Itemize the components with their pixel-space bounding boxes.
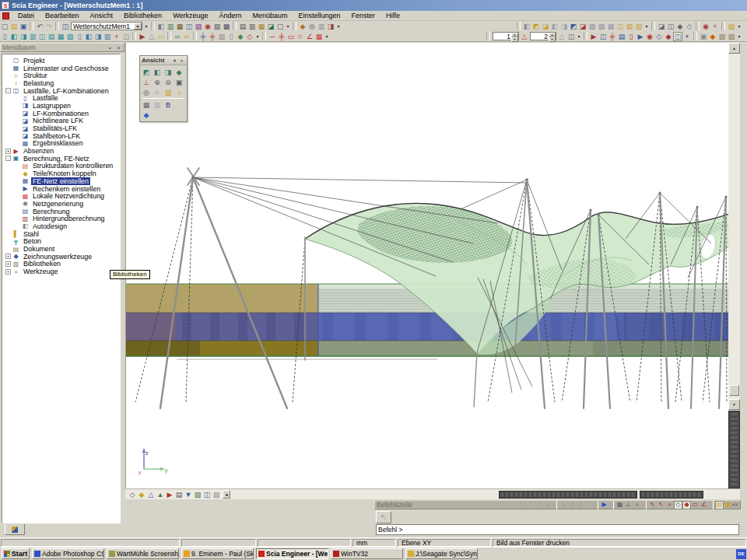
- snap-vertex-icon[interactable]: ∧: [559, 501, 567, 509]
- taskbar-button-j-seagate-sync-syncre[interactable]: J:\Seagate Sync\SyncRe...: [405, 548, 478, 559]
- menu-ndern[interactable]: Ändern: [213, 11, 247, 21]
- menu-hilfe[interactable]: Hilfe: [381, 11, 405, 21]
- activity-4-icon[interactable]: ◪: [578, 22, 587, 31]
- view-2-icon[interactable]: ▥: [634, 22, 644, 31]
- view-top-icon[interactable]: ◆: [174, 67, 184, 77]
- menu-bearbeiten[interactable]: Bearbeiten: [40, 11, 85, 21]
- dropdown-arrow-icon[interactable]: ▾: [285, 23, 291, 29]
- strip-scroll-left-icon[interactable]: ◂: [223, 490, 230, 499]
- snap-delete-icon[interactable]: ×: [543, 501, 552, 509]
- view-side-icon[interactable]: ◨: [163, 67, 174, 77]
- layer-4-icon[interactable]: ▧: [587, 22, 597, 31]
- scale-spinner[interactable]: 1 ▲▼: [493, 32, 519, 40]
- dark-hscrollbar-thumb-1[interactable]: [499, 491, 637, 499]
- layer-1-icon[interactable]: ◧: [522, 22, 531, 31]
- grid-tool-2-icon[interactable]: ╪: [208, 32, 217, 41]
- new-file-icon[interactable]: ▢: [0, 22, 9, 31]
- layer-5-icon[interactable]: ▨: [597, 22, 606, 31]
- member-tool-9-icon[interactable]: ▯: [75, 32, 84, 41]
- snap-dir-1-icon[interactable]: ↗: [567, 501, 576, 509]
- labels-toggle-icon[interactable]: B: [163, 100, 174, 110]
- snap-star-icon[interactable]: +: [112, 32, 121, 41]
- dropdown-arrow-icon[interactable]: ▾: [576, 33, 582, 39]
- marking-icon[interactable]: ◉: [701, 22, 710, 31]
- chain-1-icon[interactable]: ∞: [173, 32, 182, 41]
- snap-line-1-icon[interactable]: \: [517, 501, 526, 509]
- scroll-up-icon[interactable]: ▲: [728, 43, 740, 54]
- render-mode-icon[interactable]: ▦: [141, 100, 152, 110]
- zoom-minus-icon[interactable]: ◇: [685, 22, 694, 31]
- chevron-down-icon[interactable]: ▾: [171, 57, 178, 64]
- draw-polyline-icon[interactable]: ╪: [277, 32, 286, 41]
- expand-icon[interactable]: +: [5, 261, 11, 267]
- taskbar-button-adobe-photoshop-cs3-e[interactable]: Adobe Photoshop CS3 E...: [32, 548, 104, 559]
- member-tool-2-icon[interactable]: ◧: [9, 32, 19, 41]
- tree-item-projekt[interactable]: ▢Projekt: [2, 57, 120, 65]
- tree-item-lf-kombinationen[interactable]: ◪LF-Kombinationen: [2, 110, 120, 117]
- member-tool-10-icon[interactable]: ◧: [84, 32, 93, 41]
- dropdown-arrow-icon[interactable]: ▾: [736, 23, 742, 29]
- calc-tool-2-icon[interactable]: ◆: [708, 32, 717, 41]
- shade-mode-icon[interactable]: ▧: [152, 100, 163, 110]
- shift-view-icon[interactable]: ◪: [657, 22, 666, 31]
- tree-item-stahl[interactable]: ▌Stahl: [2, 230, 120, 238]
- grid-tool-1-icon[interactable]: ╪: [198, 32, 208, 41]
- dropdown-arrow-icon[interactable]: ▾: [644, 23, 650, 29]
- tree-item-lastf-lle-lf-kombinationen[interactable]: -◫Lastfälle, LF-Kombinationen: [2, 87, 120, 95]
- delete-picture-icon[interactable]: ◉: [203, 22, 212, 31]
- snap-point-1-icon[interactable]: ↖: [648, 501, 657, 509]
- taskbar-button-wintv32[interactable]: WinTV32: [331, 548, 403, 559]
- tree-item-dokument[interactable]: ▤Dokument: [2, 245, 120, 253]
- layer-6-icon[interactable]: ▩: [606, 22, 615, 31]
- accept-tool-icon[interactable]: ◆: [236, 32, 245, 41]
- member-tool-8-icon[interactable]: ▧: [65, 32, 75, 41]
- strip-tool-6-icon[interactable]: ▤: [174, 490, 184, 499]
- page-format-icon[interactable]: ▥: [166, 22, 175, 31]
- print-icon[interactable]: ▤: [238, 22, 247, 31]
- menu-fenster[interactable]: Fenster: [346, 11, 381, 21]
- member-tool-3-icon[interactable]: ◨: [19, 32, 28, 41]
- menu-einstellungen[interactable]: Einstellungen: [293, 11, 346, 21]
- select-arrow-icon[interactable]: ▶: [138, 32, 147, 41]
- dropdown-arrow-icon[interactable]: ▾: [736, 33, 742, 39]
- view-iso-icon[interactable]: ◩: [141, 67, 152, 77]
- select-plane-icon[interactable]: ▭: [156, 32, 166, 41]
- expand-icon[interactable]: +: [5, 254, 11, 259]
- tree-item-stahlbeton-lfk[interactable]: ◪Stahlbeton-LFK: [2, 132, 120, 140]
- draw-line-icon[interactable]: ─: [268, 32, 277, 41]
- mesh-refine-icon[interactable]: ◫: [673, 32, 682, 41]
- layers-folder-icon[interactable]: ▨: [163, 87, 174, 97]
- search-icon[interactable]: ◎: [307, 22, 317, 31]
- tree-item-fe-netz-einstellen[interactable]: ▦FE-Netz einstellen: [2, 177, 120, 185]
- perspective-toggle-icon[interactable]: ◆: [141, 110, 152, 120]
- snap-grid-icon[interactable]: ▦: [615, 501, 624, 509]
- chain-2-icon[interactable]: ∞: [182, 32, 191, 41]
- member-tool-1-icon[interactable]: ▯: [0, 32, 9, 41]
- strip-tool-8-icon[interactable]: ▧: [193, 490, 202, 499]
- project-combobox[interactable]: WetterschutzMem1 ▼: [71, 22, 142, 30]
- save-file-icon[interactable]: ▣: [19, 22, 28, 31]
- spinner-down-icon[interactable]: ▼: [549, 37, 556, 42]
- member-tool-6-icon[interactable]: ▤: [47, 32, 56, 41]
- draw-angle-icon[interactable]: ∠: [305, 32, 314, 41]
- clip-box-icon[interactable]: ◫: [615, 22, 625, 31]
- toolbar-overflow-icon[interactable]: ▾: [143, 23, 149, 29]
- ucs-axes-icon[interactable]: ⊥: [141, 77, 152, 87]
- tree-item-lastf-lle[interactable]: ▯Lastfälle: [2, 94, 120, 102]
- tree-item-lokale-netzverdichtung[interactable]: ▦Lokale Netzverdichtung: [2, 192, 120, 200]
- tree-item-bibliotheken[interactable]: +▥Bibliotheken: [2, 261, 120, 268]
- taskbar-button-scia-engineer-wett[interactable]: Scia Engineer - [Wett...: [256, 548, 328, 559]
- strip-tool-5-icon[interactable]: ▶: [165, 490, 174, 499]
- command-input[interactable]: [376, 524, 739, 535]
- ansicht-palette-header[interactable]: Ansicht ▾ ×: [140, 56, 187, 65]
- member-tool-5-icon[interactable]: ◫: [37, 32, 47, 41]
- close-icon[interactable]: ×: [115, 44, 122, 51]
- member-tool-7-icon[interactable]: ▦: [56, 32, 65, 41]
- activity-3-icon[interactable]: ◩: [569, 22, 578, 31]
- mesh-spinner[interactable]: 2 ▲▼: [530, 32, 556, 40]
- dropdown-arrow-icon[interactable]: ▾: [254, 33, 261, 39]
- activity-2-icon[interactable]: ◪: [541, 22, 550, 31]
- close-icon[interactable]: ×: [735, 501, 738, 509]
- close-project-icon[interactable]: ◧: [156, 22, 166, 31]
- zoom-in-icon[interactable]: ⊕: [152, 77, 163, 87]
